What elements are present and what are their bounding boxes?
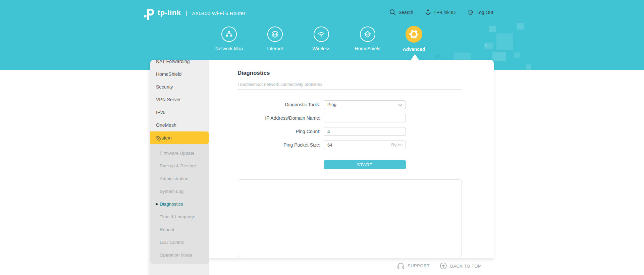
globe-icon <box>271 30 279 39</box>
gear-icon <box>409 29 419 39</box>
deco-square <box>435 54 440 58</box>
ping-count-label: Ping Count: <box>209 127 320 136</box>
back-to-top-button[interactable]: BACK TO TOP <box>439 262 481 270</box>
sidebar-subitem-operation-mode[interactable]: Operation Mode <box>150 249 209 262</box>
advanced-ring <box>406 26 422 43</box>
deco-square <box>514 52 520 58</box>
tplink-id-label: TP-Link ID <box>433 10 455 15</box>
deco-square <box>496 34 513 50</box>
sidebar-item-system[interactable]: System <box>150 131 209 144</box>
brand-name: tp-link <box>158 8 181 17</box>
brand: tp-link | AX5400 Wi-Fi 6 Router <box>144 5 245 21</box>
ping-count-input[interactable] <box>324 127 406 136</box>
sidebar-item-nat-forwarding[interactable]: NAT Forwarding <box>150 60 209 68</box>
nav-homeshield[interactable]: HomeShield <box>344 26 391 51</box>
chevron-down-icon <box>398 104 402 106</box>
diagnostic-result-area <box>238 179 462 257</box>
nav-wireless[interactable]: Wireless <box>298 26 345 51</box>
deco-square <box>492 52 506 61</box>
arrow-up-circle-icon <box>439 262 447 270</box>
network-topology-icon <box>225 30 233 39</box>
logout-icon <box>468 9 474 15</box>
sidebar-subitem-led-control[interactable]: LED Control <box>150 236 209 249</box>
ping-packet-size-unit: Bytes <box>391 141 402 149</box>
sidebar-item-vpn-server[interactable]: VPN Server <box>150 93 209 106</box>
sidebar-subitem-diagnostics[interactable]: Diagnostics <box>150 198 209 211</box>
page-title: Diagnostics <box>237 70 270 76</box>
headset-icon <box>397 262 405 270</box>
sidebar-item-security[interactable]: Security <box>150 80 209 93</box>
sidebar-item-onemesh[interactable]: OneMesh <box>150 119 209 131</box>
sidebar: NAT Forwarding HomeShield Security VPN S… <box>150 60 209 275</box>
house-shield-icon <box>363 30 372 39</box>
back-to-top-label: BACK TO TOP <box>450 264 481 269</box>
brand-separator: | <box>186 10 187 16</box>
device-name: AX5400 Wi-Fi 6 Router <box>192 10 245 16</box>
sidebar-item-ipv6[interactable]: IPv6 <box>150 106 209 119</box>
tplink-id-button[interactable]: TP-Link ID <box>425 9 455 16</box>
sidebar-subitem-firmware-update[interactable]: Firmware Update <box>150 147 209 160</box>
active-nav-pointer <box>411 54 419 60</box>
logout-button[interactable]: Log Out <box>468 9 493 16</box>
diagnostic-tools-select[interactable]: Ping <box>324 100 406 109</box>
nav-label-network-map: Network Map <box>206 46 253 51</box>
search-icon <box>389 9 396 16</box>
nav-label-advanced: Advanced <box>390 47 437 52</box>
ip-address-label: IP Address/Domain Name: <box>209 114 320 122</box>
nav-label-internet: Internet <box>252 46 299 51</box>
sidebar-subitem-reboot[interactable]: Reboot <box>150 223 209 236</box>
nav-label-homeshield: HomeShield <box>344 46 391 51</box>
content-panel: Diagnostics Troubleshoot network connect… <box>209 60 494 258</box>
deco-square <box>454 53 471 60</box>
nav-network-map[interactable]: Network Map <box>206 26 253 51</box>
nav-internet[interactable]: Internet <box>252 26 299 51</box>
deco-square <box>489 26 496 32</box>
deco-square <box>484 44 487 47</box>
page-subtitle: Troubleshoot network connectivity proble… <box>237 82 324 87</box>
nav-advanced[interactable]: Advanced <box>390 26 437 52</box>
homeshield-ring <box>360 26 375 42</box>
tplink-id-icon <box>425 9 431 15</box>
internet-ring <box>267 26 283 42</box>
start-button[interactable]: START <box>324 160 406 169</box>
search-label: Search <box>398 10 413 15</box>
deco-square <box>526 64 531 70</box>
ip-address-input[interactable] <box>324 114 406 122</box>
sidebar-subitem-administration[interactable]: Administration <box>150 172 209 185</box>
sidebar-top-menu: NAT Forwarding HomeShield Security VPN S… <box>150 60 209 131</box>
wireless-ring <box>314 26 329 42</box>
network-map-ring <box>221 26 237 42</box>
sidebar-subitem-time-language[interactable]: Time & Language <box>150 211 209 223</box>
ping-packet-size-label: Ping Packet Size: <box>209 141 320 149</box>
support-button[interactable]: SUPPORT <box>397 262 430 270</box>
diagnostic-tools-label: Diagnostic Tools: <box>209 100 320 109</box>
title-divider <box>237 89 462 90</box>
router-admin-page: tp-link | AX5400 Wi-Fi 6 Router Search T… <box>0 0 644 275</box>
wifi-icon <box>317 30 326 39</box>
sidebar-subitem-backup-restore[interactable]: Backup & Restore <box>150 160 209 172</box>
diagnostic-tools-value: Ping <box>327 102 336 107</box>
sidebar-subitem-system-log[interactable]: System Log <box>150 185 209 198</box>
sidebar-sub-menu: Firmware Update Backup & Restore Adminis… <box>150 144 209 264</box>
deco-square <box>517 23 524 30</box>
sidebar-item-homeshield[interactable]: HomeShield <box>150 68 209 80</box>
support-label: SUPPORT <box>408 263 430 268</box>
logout-label: Log Out <box>476 10 493 15</box>
search-button[interactable]: Search <box>389 9 413 16</box>
tp-link-logo-icon <box>144 6 155 20</box>
nav-label-wireless: Wireless <box>298 46 345 51</box>
quick-menu: Search TP-Link ID Log Out <box>389 9 493 16</box>
